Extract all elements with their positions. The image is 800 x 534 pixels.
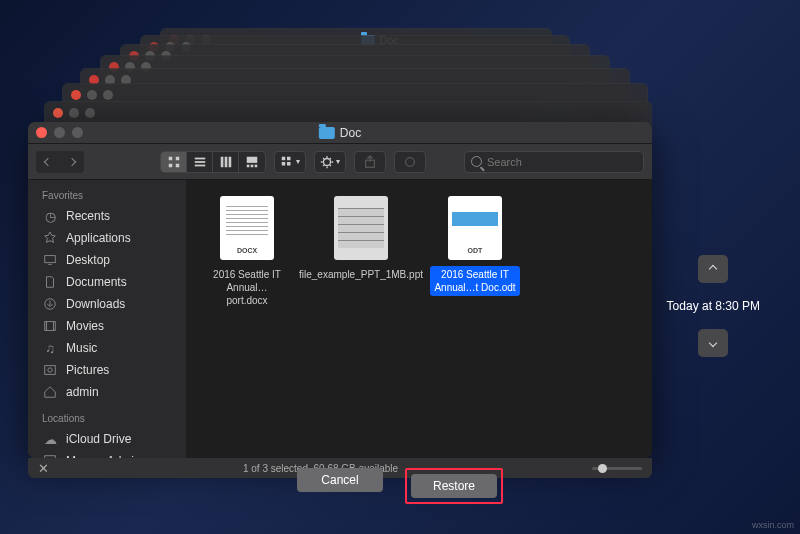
svg-rect-1 bbox=[175, 156, 179, 160]
clock-icon: ◷ bbox=[42, 209, 58, 224]
search-icon bbox=[471, 156, 482, 167]
file-label: file_example_PPT_1MB.ppt bbox=[295, 266, 427, 283]
svg-point-20 bbox=[406, 157, 415, 166]
svg-rect-16 bbox=[282, 162, 286, 166]
sidebar-item-label: Recents bbox=[66, 209, 110, 223]
svg-rect-24 bbox=[45, 366, 56, 375]
titlebar[interactable]: Doc bbox=[28, 122, 652, 144]
close-window-button[interactable] bbox=[36, 127, 47, 138]
sidebar-item-label: Applications bbox=[66, 231, 131, 245]
timeline-nav: Today at 8:30 PM bbox=[667, 255, 760, 357]
sidebar-locations-header: Locations bbox=[28, 409, 186, 428]
file-item[interactable]: 2016 Seattle IT Annual…port.docx bbox=[202, 196, 292, 309]
file-item-selected[interactable]: 2016 Seattle IT Annual…t Doc.odt bbox=[430, 196, 520, 296]
watermark: wxsin.com bbox=[752, 520, 794, 530]
svg-rect-5 bbox=[194, 161, 205, 163]
sidebar-item-mac[interactable]: Mac — Admin bbox=[28, 450, 186, 458]
nav-group bbox=[36, 151, 84, 173]
svg-rect-17 bbox=[287, 162, 291, 166]
sidebar-item-documents[interactable]: Documents bbox=[28, 271, 186, 293]
icon-size-slider[interactable] bbox=[592, 467, 642, 470]
svg-rect-12 bbox=[251, 164, 254, 167]
svg-point-18 bbox=[324, 158, 331, 165]
home-icon bbox=[42, 385, 58, 399]
window-title: Doc bbox=[340, 126, 361, 140]
svg-rect-13 bbox=[255, 164, 258, 167]
svg-rect-7 bbox=[220, 156, 223, 167]
sidebar-item-label: Music bbox=[66, 341, 97, 355]
svg-rect-11 bbox=[247, 164, 250, 167]
file-label: 2016 Seattle IT Annual…t Doc.odt bbox=[430, 266, 520, 296]
desktop-icon bbox=[42, 253, 58, 267]
sidebar-item-label: Pictures bbox=[66, 363, 109, 377]
back-button[interactable] bbox=[36, 151, 60, 173]
svg-point-25 bbox=[48, 368, 52, 372]
sidebar-item-music[interactable]: ♫Music bbox=[28, 337, 186, 359]
svg-rect-10 bbox=[247, 156, 258, 162]
file-item[interactable]: file_example_PPT_1MB.ppt bbox=[316, 196, 406, 283]
minimize-window-button bbox=[54, 127, 65, 138]
svg-rect-14 bbox=[282, 156, 286, 160]
sidebar-item-label: admin bbox=[66, 385, 99, 399]
gallery-view-button[interactable] bbox=[239, 152, 265, 172]
sidebar-item-label: Desktop bbox=[66, 253, 110, 267]
svg-rect-21 bbox=[45, 256, 56, 263]
timeline-down-button[interactable] bbox=[698, 329, 728, 357]
tags-button bbox=[394, 151, 426, 173]
file-view[interactable]: 2016 Seattle IT Annual…port.docx file_ex… bbox=[186, 180, 652, 458]
icon-view-button[interactable] bbox=[161, 152, 187, 172]
sidebar-item-movies[interactable]: Movies bbox=[28, 315, 186, 337]
movies-icon bbox=[42, 319, 58, 333]
sidebar-item-applications[interactable]: Applications bbox=[28, 227, 186, 249]
cancel-button[interactable]: Cancel bbox=[297, 468, 383, 492]
close-icon[interactable]: ✕ bbox=[38, 461, 49, 476]
folder-icon bbox=[319, 127, 335, 139]
arrange-button[interactable]: ▾ bbox=[274, 151, 306, 173]
list-view-button[interactable] bbox=[187, 152, 213, 172]
toolbar: ▾ ▾ bbox=[28, 144, 652, 180]
svg-rect-4 bbox=[194, 157, 205, 159]
sidebar-item-label: Movies bbox=[66, 319, 104, 333]
svg-rect-3 bbox=[175, 163, 179, 167]
sidebar-item-pictures[interactable]: Pictures bbox=[28, 359, 186, 381]
search-input[interactable] bbox=[487, 156, 637, 168]
downloads-icon bbox=[42, 297, 58, 311]
file-thumbnail-odt bbox=[448, 196, 502, 260]
view-switcher bbox=[160, 151, 266, 173]
svg-rect-2 bbox=[168, 163, 172, 167]
sidebar-favorites-header: Favorites bbox=[28, 186, 186, 205]
action-button[interactable]: ▾ bbox=[314, 151, 346, 173]
sidebar-item-recents[interactable]: ◷Recents bbox=[28, 205, 186, 227]
timeline-label: Today at 8:30 PM bbox=[667, 299, 760, 313]
sidebar: Favorites ◷Recents Applications Desktop … bbox=[28, 180, 186, 458]
search-box[interactable] bbox=[464, 151, 644, 173]
svg-rect-15 bbox=[287, 156, 291, 160]
icloud-icon: ☁ bbox=[42, 432, 58, 447]
restore-button[interactable]: Restore bbox=[411, 474, 497, 498]
file-thumbnail-docx bbox=[220, 196, 274, 260]
music-icon: ♫ bbox=[42, 341, 58, 356]
share-button bbox=[354, 151, 386, 173]
documents-icon bbox=[42, 275, 58, 289]
sidebar-item-label: Downloads bbox=[66, 297, 125, 311]
action-buttons: Cancel Restore bbox=[297, 468, 503, 504]
svg-rect-8 bbox=[224, 156, 227, 167]
timeline-up-button[interactable] bbox=[698, 255, 728, 283]
pictures-icon bbox=[42, 363, 58, 377]
forward-button[interactable] bbox=[60, 151, 84, 173]
sidebar-item-label: Documents bbox=[66, 275, 127, 289]
finder-window: Doc ▾ ▾ Favorites ◷Recents Applications bbox=[28, 122, 652, 458]
sidebar-item-downloads[interactable]: Downloads bbox=[28, 293, 186, 315]
svg-rect-6 bbox=[194, 164, 205, 166]
sidebar-item-desktop[interactable]: Desktop bbox=[28, 249, 186, 271]
file-label: 2016 Seattle IT Annual…port.docx bbox=[202, 266, 292, 309]
sidebar-item-home[interactable]: admin bbox=[28, 381, 186, 403]
svg-rect-9 bbox=[228, 156, 231, 167]
column-view-button[interactable] bbox=[213, 152, 239, 172]
sidebar-item-icloud[interactable]: ☁iCloud Drive bbox=[28, 428, 186, 450]
applications-icon bbox=[42, 231, 58, 245]
restore-highlight: Restore bbox=[405, 468, 503, 504]
sidebar-item-label: iCloud Drive bbox=[66, 432, 131, 446]
file-thumbnail-ppt bbox=[334, 196, 388, 260]
zoom-window-button bbox=[72, 127, 83, 138]
